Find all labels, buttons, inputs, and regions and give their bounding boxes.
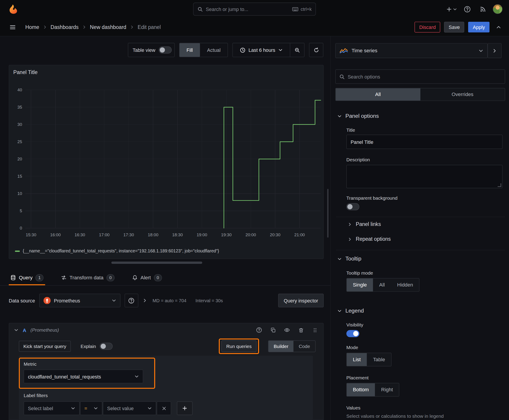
legend-mode-list[interactable]: List: [347, 353, 367, 366]
tab-query[interactable]: Query 1: [9, 270, 45, 285]
actual-option[interactable]: Actual: [200, 43, 228, 57]
svg-text:10: 10: [17, 191, 22, 196]
news-button[interactable]: [477, 4, 488, 15]
table-view-toggle[interactable]: Table view: [128, 43, 174, 57]
datasource-help-button[interactable]: [125, 294, 138, 307]
transform-icon: [61, 275, 67, 280]
menu-toggle-button[interactable]: [8, 22, 17, 32]
global-search[interactable]: Search or jump to... ctrl+k: [193, 3, 316, 16]
breadcrumb-new-dashboard[interactable]: New dashboard: [90, 24, 126, 30]
code-option[interactable]: Code: [294, 341, 315, 352]
chevron-down-icon: [94, 406, 98, 410]
discard-button[interactable]: Discard: [415, 22, 440, 32]
tab-all[interactable]: All: [336, 88, 420, 100]
question-circle-icon: [256, 327, 262, 333]
legend-series-swatch[interactable]: [15, 250, 20, 252]
breadcrumb-dashboards[interactable]: Dashboards: [51, 24, 79, 30]
apply-button[interactable]: Apply: [468, 22, 489, 32]
operator-value: =: [84, 405, 87, 411]
builder-option[interactable]: Builder: [268, 341, 294, 352]
datasource-picker[interactable]: Prometheus: [39, 294, 121, 307]
svg-text:5: 5: [20, 209, 22, 213]
breadcrumb-edit-panel: Edit panel: [137, 24, 161, 30]
legend-placement-right[interactable]: Right: [375, 383, 399, 396]
svg-text:20:00: 20:00: [245, 232, 256, 237]
grafana-logo-icon[interactable]: [8, 4, 19, 15]
toggle-query-visibility-button[interactable]: [283, 326, 291, 334]
tab-transform-data[interactable]: Transform data 0: [60, 270, 116, 285]
legend-mode-table[interactable]: Table: [367, 353, 391, 366]
table-view-switch[interactable]: [159, 46, 172, 54]
save-button[interactable]: Save: [444, 22, 464, 32]
legend-section-header[interactable]: Legend: [337, 308, 364, 314]
collapse-header-button[interactable]: [496, 24, 501, 30]
transparent-background-switch[interactable]: [346, 203, 359, 210]
panel-title: Panel Title: [13, 69, 38, 75]
vertical-scrollbar[interactable]: [327, 189, 328, 238]
zoom-out-icon: [295, 47, 300, 53]
panel-title-input[interactable]: Panel Title: [346, 135, 502, 149]
select-value-dropdown[interactable]: Select value: [103, 401, 156, 415]
chevron-down-icon: [278, 48, 283, 52]
horizontal-scrollbar[interactable]: [111, 262, 202, 264]
interval: Interval = 30s: [196, 298, 223, 303]
chevron-down-icon[interactable]: [14, 328, 18, 332]
chevron-right-icon: [348, 222, 352, 226]
kick-start-query-button[interactable]: Kick start your query: [19, 341, 71, 352]
description-textarea[interactable]: [346, 165, 502, 188]
tab-query-label: Query: [19, 275, 32, 280]
explain-switch[interactable]: [100, 343, 113, 350]
remove-filter-button[interactable]: [157, 401, 171, 415]
chevron-right-icon: [143, 298, 147, 303]
select-label-dropdown[interactable]: Select label: [24, 401, 80, 415]
help-button[interactable]: [462, 4, 473, 15]
delete-query-button[interactable]: [297, 326, 304, 334]
bell-icon: [132, 275, 137, 280]
options-search-input[interactable]: Search options: [335, 69, 505, 84]
query-row-header: A (Prometheus): [9, 323, 323, 337]
query-help-button[interactable]: [255, 326, 263, 334]
query-options-expand[interactable]: [143, 298, 147, 303]
title-field-label: Title: [346, 128, 355, 133]
trash-icon: [298, 327, 304, 333]
new-menu-button[interactable]: [446, 6, 457, 12]
refresh-button[interactable]: [309, 43, 323, 57]
viz-suggestions-button[interactable]: [488, 43, 501, 58]
tooltip-mode-single[interactable]: Single: [347, 278, 373, 292]
tooltip-mode-all[interactable]: All: [373, 278, 391, 292]
time-series-viz-icon: [340, 48, 348, 54]
breadcrumb-home[interactable]: Home: [25, 24, 39, 30]
legend-mode-label: Mode: [346, 345, 358, 350]
visualization-picker[interactable]: Time series: [335, 43, 487, 58]
metric-select[interactable]: cloudflared_tunnel_total_requests: [24, 369, 143, 383]
tab-overrides[interactable]: Overrides: [420, 88, 505, 100]
fill-option[interactable]: Fill: [179, 43, 200, 57]
panel-options-section-header[interactable]: Panel options: [337, 113, 379, 119]
time-range-picker[interactable]: Last 6 hours: [233, 43, 290, 57]
add-filter-button[interactable]: [177, 401, 192, 415]
legend-values-help: Select values or calculations to show in…: [346, 413, 502, 419]
transparent-background-label: Transparent background: [346, 195, 397, 201]
legend-series-label[interactable]: {__name__="cloudflared_tunnel_total_requ…: [23, 249, 219, 254]
duplicate-query-button[interactable]: [270, 326, 277, 334]
legend-visibility-switch[interactable]: [346, 330, 359, 337]
operator-dropdown[interactable]: =: [80, 401, 102, 415]
svg-text:19:30: 19:30: [221, 232, 232, 237]
user-avatar[interactable]: [493, 4, 502, 14]
svg-text:15: 15: [17, 174, 22, 179]
panel-links-section[interactable]: Panel links: [348, 221, 381, 227]
tooltip-section-header[interactable]: Tooltip: [337, 256, 361, 262]
chevron-right-icon: [348, 237, 352, 241]
drag-handle[interactable]: [311, 326, 319, 334]
tab-alert[interactable]: Alert 0: [130, 270, 163, 285]
datasource-label: Data source: [9, 298, 35, 303]
zoom-out-button[interactable]: [290, 43, 304, 57]
repeat-options-section[interactable]: Repeat options: [348, 236, 391, 242]
visualization-name: Time series: [351, 48, 377, 54]
refresh-icon: [313, 47, 319, 53]
chevron-right-icon: [492, 48, 497, 53]
run-queries-button[interactable]: Run queries: [221, 340, 256, 352]
query-inspector-button[interactable]: Query inspector: [278, 294, 324, 307]
legend-placement-bottom[interactable]: Bottom: [347, 383, 375, 396]
tooltip-mode-hidden[interactable]: Hidden: [391, 278, 419, 292]
